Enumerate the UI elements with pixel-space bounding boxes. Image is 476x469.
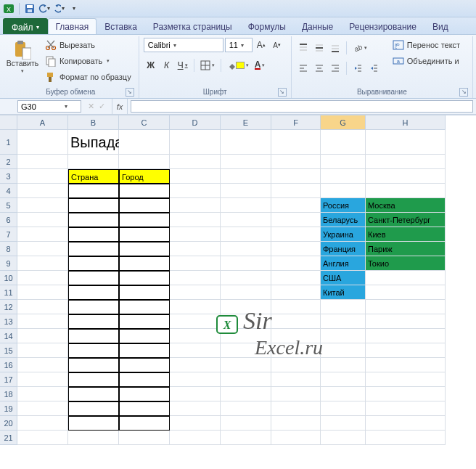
cell-H7[interactable]: Киев [366,227,446,242]
cell-H15[interactable] [366,343,446,358]
cell-C9[interactable] [119,256,170,271]
cell-H13[interactable] [366,314,446,329]
cell-A8[interactable] [17,242,68,256]
cell-G9[interactable]: Англия [321,256,366,271]
cell-D2[interactable] [170,155,221,169]
cell-C20[interactable] [119,416,170,431]
cell-B18[interactable] [68,387,119,401]
cell-F8[interactable] [271,242,321,256]
bold-button[interactable]: Ж [144,58,158,73]
format-painter-button[interactable]: Формат по образцу [42,70,134,84]
cell-B2[interactable] [68,155,119,169]
cell-D19[interactable] [170,401,221,416]
cell-A6[interactable] [17,213,68,227]
cell-F17[interactable] [271,372,321,387]
cell-E2[interactable] [221,155,271,169]
cell-C13[interactable] [119,314,170,329]
cell-H17[interactable] [366,372,446,387]
clipboard-launcher-icon[interactable]: ↘ [126,88,134,97]
cell-H1[interactable] [366,130,446,155]
row-header-5[interactable]: 5 [0,198,17,213]
tab-view[interactable]: Вид [424,18,456,34]
row-header-18[interactable]: 18 [0,387,17,401]
cell-D7[interactable] [170,227,221,242]
row-header-11[interactable]: 11 [0,285,17,300]
cell-D16[interactable] [170,358,221,372]
row-header-20[interactable]: 20 [0,416,17,431]
cell-F2[interactable] [271,155,321,169]
row-header-3[interactable]: 3 [0,169,17,184]
cell-G13[interactable] [321,314,366,329]
cell-D1[interactable] [170,130,221,155]
cell-D3[interactable] [170,169,221,184]
tab-page-layout[interactable]: Разметка страницы [145,18,240,34]
cell-F21[interactable] [271,431,321,445]
borders-button[interactable] [198,58,217,73]
row-header-19[interactable]: 19 [0,401,17,416]
tab-home[interactable]: Главная [48,18,97,34]
cell-B10[interactable] [68,271,119,285]
font-color-button[interactable]: A [253,58,268,73]
cell-H18[interactable] [366,387,446,401]
cell-G12[interactable] [321,300,366,314]
cell-E4[interactable] [221,184,271,198]
cell-A16[interactable] [17,358,68,372]
cell-F19[interactable] [271,401,321,416]
cell-F12[interactable] [271,300,321,314]
cell-G21[interactable] [321,431,366,445]
col-header-H[interactable]: H [366,115,446,130]
row-header-14[interactable]: 14 [0,329,17,343]
orientation-button[interactable]: ab [350,41,369,55]
cell-C15[interactable] [119,343,170,358]
cell-C19[interactable] [119,401,170,416]
col-header-F[interactable]: F [271,115,321,130]
cell-F5[interactable] [271,198,321,213]
cell-A4[interactable] [17,184,68,198]
spreadsheet-grid[interactable]: ABCDEFGH1Выпадающий список23СтранаГород4… [0,115,476,445]
cell-D20[interactable] [170,416,221,431]
cell-E6[interactable] [221,213,271,227]
cell-A5[interactable] [17,198,68,213]
cell-E17[interactable] [221,372,271,387]
cell-A19[interactable] [17,401,68,416]
cell-E11[interactable] [221,285,271,300]
tab-review[interactable]: Рецензирование [341,18,424,34]
cell-G16[interactable] [321,358,366,372]
cell-F13[interactable] [271,314,321,329]
cell-B14[interactable] [68,329,119,343]
cell-H11[interactable] [366,285,446,300]
cell-H6[interactable]: Санкт-Петербург [366,213,446,227]
col-header-G[interactable]: G [321,115,366,130]
cell-C7[interactable] [119,227,170,242]
cell-D6[interactable] [170,213,221,227]
align-right-button[interactable] [328,61,342,76]
cell-D18[interactable] [170,387,221,401]
qat-customize-icon[interactable] [67,3,79,15]
cell-B11[interactable] [68,285,119,300]
increase-indent-button[interactable] [366,61,381,76]
row-header-16[interactable]: 16 [0,358,17,372]
cell-B1[interactable]: Выпадающий список [68,130,119,155]
cell-F20[interactable] [271,416,321,431]
col-header-B[interactable]: B [68,115,119,130]
cell-B9[interactable] [68,256,119,271]
paste-button[interactable]: Вставить ▾ [7,38,38,84]
cell-F6[interactable] [271,213,321,227]
decrease-indent-button[interactable] [350,61,365,76]
row-header-12[interactable]: 12 [0,300,17,314]
cell-C14[interactable] [119,329,170,343]
cell-B8[interactable] [68,242,119,256]
grow-font-button[interactable]: A▴ [254,38,268,52]
cell-B7[interactable] [68,227,119,242]
cell-E19[interactable] [221,401,271,416]
cell-E15[interactable] [221,343,271,358]
cell-B6[interactable] [68,213,119,227]
row-header-13[interactable]: 13 [0,314,17,329]
cell-H12[interactable] [366,300,446,314]
row-header-6[interactable]: 6 [0,213,17,227]
cell-E18[interactable] [221,387,271,401]
cell-E3[interactable] [221,169,271,184]
cell-F4[interactable] [271,184,321,198]
merge-center-button[interactable]: a Объединить и [390,54,464,68]
cell-E7[interactable] [221,227,271,242]
